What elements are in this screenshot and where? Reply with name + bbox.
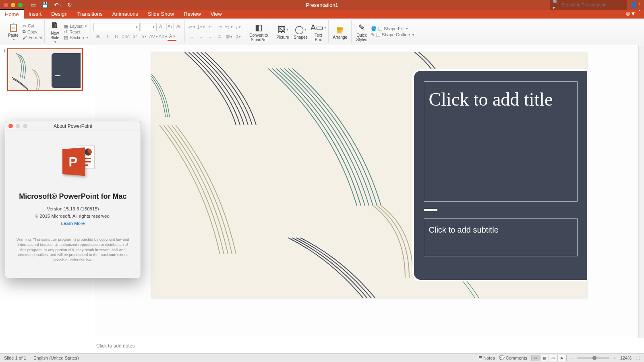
status-bar: Slide 1 of 1 English (United States) ≣No… xyxy=(0,353,644,362)
section-button[interactable]: ▤Section▾ xyxy=(64,35,88,40)
arrange-icon: ▦ xyxy=(334,24,346,35)
shape-outline-button[interactable]: ✎Shape Outline▾ xyxy=(371,32,414,38)
tab-slideshow[interactable]: Slide Show xyxy=(143,10,179,19)
font-size-combo[interactable]: ▾ xyxy=(141,23,157,31)
ribbon-group-arrange: ▦Arrange xyxy=(329,20,352,43)
new-slide-icon: 🗎 xyxy=(49,20,61,31)
zoom-level[interactable]: 124% xyxy=(620,356,632,360)
align-left-button[interactable]: ≡ xyxy=(187,33,196,41)
arrange-button[interactable]: ▦Arrange xyxy=(331,24,349,40)
tab-animations[interactable]: Animations xyxy=(108,10,143,19)
justify-button[interactable]: ≣ xyxy=(215,33,224,41)
slideshow-view-button[interactable]: ▶ xyxy=(558,355,567,361)
smartart-icon: ◧ xyxy=(253,22,265,33)
subtitle-placeholder[interactable]: Click to add subtitle xyxy=(424,218,578,256)
share-icon[interactable]: 👤⁺ xyxy=(630,1,641,8)
reading-view-button[interactable]: ▭ xyxy=(549,355,558,361)
thumb-number: 1 xyxy=(3,48,6,91)
title-placeholder[interactable]: Click to add title xyxy=(424,81,578,202)
about-title: About PowerPoint xyxy=(54,123,92,129)
zoom-out-button[interactable]: − xyxy=(571,356,573,360)
strike-button[interactable]: abc xyxy=(121,33,130,41)
collapse-ribbon-icon[interactable]: ˆ xyxy=(639,10,641,17)
notes-placeholder[interactable]: Click to add notes xyxy=(94,343,135,349)
tab-insert[interactable]: Insert xyxy=(24,10,47,19)
about-learn-more-link[interactable]: Learn More xyxy=(61,221,85,226)
feedback-icon[interactable]: ☺▾ xyxy=(625,10,634,17)
decrease-font-button[interactable]: A↓ xyxy=(166,23,174,30)
line-spacing-button[interactable]: ≡↕▾ xyxy=(224,23,233,31)
tab-view[interactable]: View xyxy=(206,10,227,19)
about-close-button[interactable] xyxy=(8,124,13,128)
maximize-window-button[interactable] xyxy=(18,3,23,7)
decrease-indent-button[interactable]: ⇤ xyxy=(206,23,215,31)
tab-home[interactable]: Home xyxy=(0,9,24,19)
paste-button[interactable]: 📋 Paste ▾ xyxy=(6,22,21,42)
italic-button[interactable]: I xyxy=(103,33,112,41)
increase-indent-button[interactable]: ⇥ xyxy=(215,23,224,31)
save-icon[interactable]: 💾 xyxy=(41,2,48,8)
vertical-scrollbar[interactable] xyxy=(638,45,644,338)
align-text-button[interactable]: ▯▾ xyxy=(234,33,242,41)
comments-toggle[interactable]: 💬Comments xyxy=(499,355,527,360)
zoom-slider[interactable] xyxy=(577,357,609,359)
text-direction-button[interactable]: ⫶▾ xyxy=(234,23,242,31)
shapes-icon: ◯▾ xyxy=(295,24,307,35)
columns-button[interactable]: ▥▾ xyxy=(224,33,233,41)
copy-button[interactable]: ⧉Copy xyxy=(23,29,42,35)
slide-thumbnail-1[interactable] xyxy=(7,48,83,91)
undo-icon[interactable]: ↶▾ xyxy=(54,2,62,8)
increase-font-button[interactable]: A↑ xyxy=(158,23,165,30)
new-slide-button[interactable]: 🗎 New Slide ▾ xyxy=(47,20,62,44)
normal-view-button[interactable]: ▭ xyxy=(531,355,540,361)
quick-styles-icon: ✎ xyxy=(356,22,368,33)
search-input[interactable] xyxy=(561,2,624,7)
align-right-button[interactable]: ≡ xyxy=(206,33,215,41)
shape-fill-button[interactable]: 🪣Shape Fill▾ xyxy=(371,26,414,32)
bullets-button[interactable]: •≡▾ xyxy=(187,23,196,31)
quick-access-toolbar: ▭ 💾 ↶▾ ↻ xyxy=(31,2,72,8)
textbox-button[interactable]: A▭▾Text Box xyxy=(311,22,326,42)
fit-to-window-button[interactable]: ⛶ xyxy=(636,356,640,360)
picture-button[interactable]: 🖼︎▾Picture xyxy=(275,24,290,40)
zoom-in-button[interactable]: + xyxy=(613,356,616,360)
layout-icon: ▦ xyxy=(64,24,68,29)
ribbon-group-format: ✎Quick Styles 🪣Shape Fill▾ ✎Shape Outlin… xyxy=(352,20,417,43)
reset-icon: ↺ xyxy=(64,29,68,34)
cut-button[interactable]: ✂︎Cut xyxy=(23,23,42,29)
align-center-button[interactable]: ≡ xyxy=(197,33,205,41)
paste-label: Paste xyxy=(8,33,19,37)
bucket-icon: 🪣 xyxy=(371,26,377,31)
ribbon-group-insert: 🖼︎▾Picture ◯▾Shapes A▭▾Text Box xyxy=(272,20,329,43)
reset-button[interactable]: ↺Reset xyxy=(64,29,88,35)
tab-review[interactable]: Review xyxy=(179,10,206,19)
superscript-button[interactable]: x² xyxy=(130,33,139,41)
search-icon: 🔍▾ xyxy=(553,0,560,10)
about-warning: Warning: This computer program is protec… xyxy=(13,237,133,263)
change-case-button[interactable]: Aa▾ xyxy=(158,33,167,41)
layout-button[interactable]: ▦Layout▾ xyxy=(64,23,88,29)
shapes-button[interactable]: ◯▾Shapes xyxy=(292,24,309,40)
char-spacing-button[interactable]: AV▾ xyxy=(149,33,158,41)
close-window-button[interactable] xyxy=(4,3,8,7)
numbering-button[interactable]: 1≡▾ xyxy=(197,23,205,31)
bold-button[interactable]: B xyxy=(93,33,102,41)
redo-icon[interactable]: ↻ xyxy=(67,2,72,8)
convert-smartart-button[interactable]: ◧ Convert to SmartArt xyxy=(248,22,269,42)
quick-styles-button[interactable]: ✎Quick Styles xyxy=(354,22,369,42)
format-button[interactable]: 🖌︎Format xyxy=(23,35,42,40)
font-name-combo[interactable]: ▾ xyxy=(93,23,140,31)
notes-pane[interactable]: Click to add notes xyxy=(0,338,644,353)
clear-format-button[interactable]: A⃠ xyxy=(175,23,182,30)
file-icon[interactable]: ▭ xyxy=(31,2,36,8)
minimize-window-button[interactable] xyxy=(11,3,15,7)
slide[interactable]: Click to add title Click to add subtitle xyxy=(151,52,587,298)
tab-transitions[interactable]: Transitions xyxy=(72,10,108,19)
underline-button[interactable]: U xyxy=(112,33,121,41)
sorter-view-button[interactable]: ▦ xyxy=(540,355,549,361)
tab-design[interactable]: Design xyxy=(46,10,72,19)
subscript-button[interactable]: x₂ xyxy=(140,33,149,41)
notes-toggle[interactable]: ≣Notes xyxy=(478,355,495,360)
language-indicator[interactable]: English (United States) xyxy=(33,356,79,360)
font-color-button[interactable]: A▾ xyxy=(168,33,176,41)
